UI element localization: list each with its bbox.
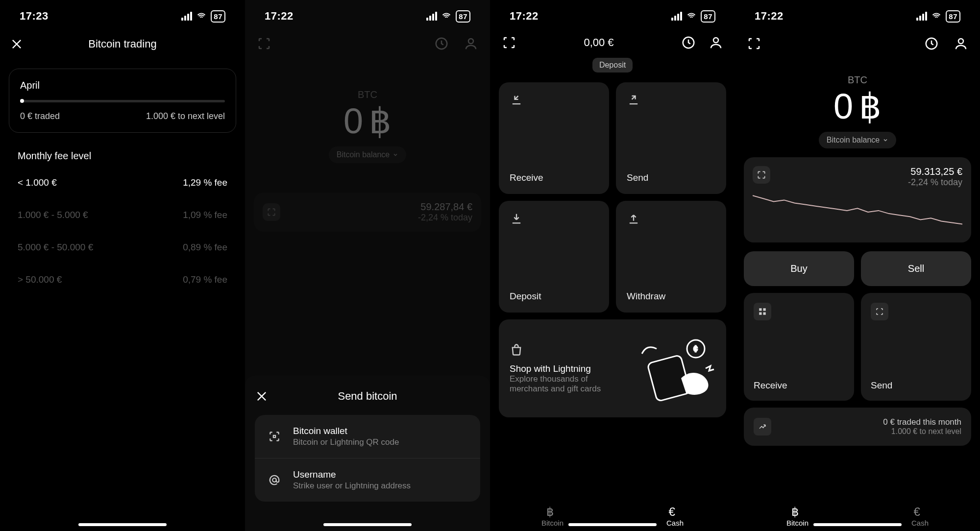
bitcoin-symbol-icon: ฿ [859, 86, 882, 127]
scan-icon[interactable] [747, 36, 761, 51]
expand-icon[interactable] [753, 166, 770, 184]
nav-cash[interactable]: € Cash [666, 505, 684, 527]
modal-header: Bitcoin trading [0, 27, 245, 61]
svg-rect-14 [763, 313, 766, 315]
screen-bitcoin-home: 17:22 87 BTC 0 ฿ Bitcoin balance 59.313,… [735, 0, 980, 531]
svg-text:¢: ¢ [693, 345, 698, 353]
svg-point-1 [468, 39, 473, 44]
status-bar: 17:22 87 [735, 0, 980, 27]
home-indicator [568, 523, 657, 526]
signal-icon [181, 12, 192, 21]
traded-this-month: 0 € traded this month [883, 417, 961, 427]
option-title: Bitcoin wallet [293, 426, 399, 436]
clock-icon[interactable] [681, 35, 696, 50]
to-next-level: 1.000 € to next level [883, 427, 961, 436]
bitcoin-icon: ฿ [546, 505, 559, 518]
euro-icon: € [669, 505, 682, 518]
fee-value: 0,79 % fee [183, 274, 227, 285]
send-tile[interactable]: Send [616, 82, 726, 194]
svg-point-3 [272, 478, 276, 482]
send-option-username[interactable]: Username Strike user or Lightning addres… [255, 458, 480, 502]
screen-cash: 17:22 87 0,00 € Deposit Receive Send Dep… [490, 0, 735, 531]
clock-icon[interactable] [434, 36, 449, 51]
status-time: 17:23 [20, 10, 49, 23]
battery-icon: 87 [701, 10, 715, 23]
receive-tile[interactable]: Receive [744, 293, 854, 401]
deposit-hint-badge[interactable]: Deposit [592, 58, 633, 72]
btc-change: -2,24 % today [908, 177, 962, 188]
option-subtitle: Strike user or Lightning address [293, 481, 411, 491]
month-label: April [20, 80, 225, 91]
nav-bitcoin[interactable]: ฿ Bitcoin [786, 505, 808, 527]
status-bar: 17:22 87 [245, 0, 490, 27]
progress-card: April 0 € traded 1.000 € to next level [9, 69, 236, 133]
profile-icon[interactable] [954, 36, 968, 51]
option-title: Username [293, 469, 411, 480]
withdraw-tile[interactable]: Withdraw [616, 201, 726, 313]
fee-range: > 50.000 € [18, 274, 62, 285]
shop-subtitle: Explore thousands of merchants and gift … [510, 374, 608, 394]
bitcoin-symbol-icon: ฿ [369, 100, 392, 142]
trade-level-banner[interactable]: 0 € traded this month 1.000 € to next le… [744, 408, 971, 446]
wifi-icon [686, 12, 697, 21]
scan-icon [871, 303, 888, 320]
battery-icon: 87 [946, 10, 960, 23]
option-subtitle: Bitcoin or Lightning QR code [293, 437, 399, 447]
signal-icon [916, 12, 927, 21]
buy-button[interactable]: Buy [744, 251, 854, 286]
send-icon [627, 93, 640, 107]
fee-row: < 1.000 € 1,29 % fee [0, 167, 245, 199]
fee-value: 1,29 % fee [183, 177, 227, 188]
fee-value: 1,09 % fee [183, 210, 227, 220]
section-title: Monthly fee level [0, 141, 245, 167]
scan-icon[interactable] [502, 35, 516, 50]
svg-point-10 [958, 39, 963, 44]
top-toolbar: 0,00 € [490, 27, 735, 58]
fee-value: 0,89 % fee [183, 242, 227, 253]
shop-illustration: ¢ [632, 334, 715, 403]
nav-cash[interactable]: € Cash [911, 505, 929, 527]
btc-balance: 0 ฿ [735, 86, 980, 127]
shop-lightning-tile[interactable]: Shop with Lightning Explore thousands of… [499, 319, 726, 417]
shop-title: Shop with Lightning [510, 363, 608, 374]
chevron-down-icon [882, 137, 888, 143]
nav-bitcoin[interactable]: ฿ Bitcoin [541, 505, 564, 527]
svg-rect-12 [763, 308, 766, 311]
btc-balance: 0 ฿ [245, 100, 490, 142]
fee-row: 1.000 € - 5.000 € 1,09 % fee [0, 199, 245, 231]
traded-amount: 0 € traded [20, 111, 60, 121]
price-card[interactable]: 59.287,84 € -2,24 % today [254, 193, 481, 232]
balance-selector[interactable]: Bitcoin balance [819, 132, 897, 148]
balance-selector[interactable]: Bitcoin balance [329, 146, 407, 163]
status-right: 87 [181, 10, 225, 23]
top-toolbar [735, 27, 980, 60]
price-chart-card[interactable]: 59.313,25 € -2,24 % today [744, 157, 971, 242]
profile-icon[interactable] [464, 36, 478, 51]
wifi-icon [441, 12, 452, 21]
deposit-icon [510, 212, 523, 225]
withdraw-icon [627, 212, 640, 225]
fee-range: 1.000 € - 5.000 € [18, 210, 88, 220]
btc-label: BTC [245, 89, 490, 100]
screen-bitcoin-trading: 17:23 87 Bitcoin trading April 0 € trade… [0, 0, 245, 531]
status-bar: 17:22 87 [490, 0, 735, 27]
qr-icon [266, 428, 283, 445]
status-time: 17:22 [265, 10, 294, 23]
clock-icon[interactable] [924, 36, 939, 51]
sell-button[interactable]: Sell [861, 251, 971, 286]
scan-icon[interactable] [257, 36, 271, 51]
shop-icon [510, 343, 523, 357]
deposit-tile[interactable]: Deposit [499, 201, 609, 313]
wifi-icon [931, 12, 942, 21]
cash-balance: 0,00 € [584, 36, 613, 49]
svg-point-5 [713, 38, 718, 43]
send-tile[interactable]: Send [861, 293, 971, 401]
bitcoin-icon: ฿ [791, 505, 804, 518]
fee-row: > 50.000 € 0,79 % fee [0, 264, 245, 296]
battery-icon: 87 [456, 10, 470, 23]
receive-tile[interactable]: Receive [499, 82, 609, 194]
profile-icon[interactable] [709, 35, 723, 50]
screen-send-bitcoin: 17:22 87 BTC 0 ฿ Bitcoin balance [245, 0, 490, 531]
send-option-wallet[interactable]: Bitcoin wallet Bitcoin or Lightning QR c… [255, 415, 480, 458]
signal-icon [671, 12, 682, 21]
